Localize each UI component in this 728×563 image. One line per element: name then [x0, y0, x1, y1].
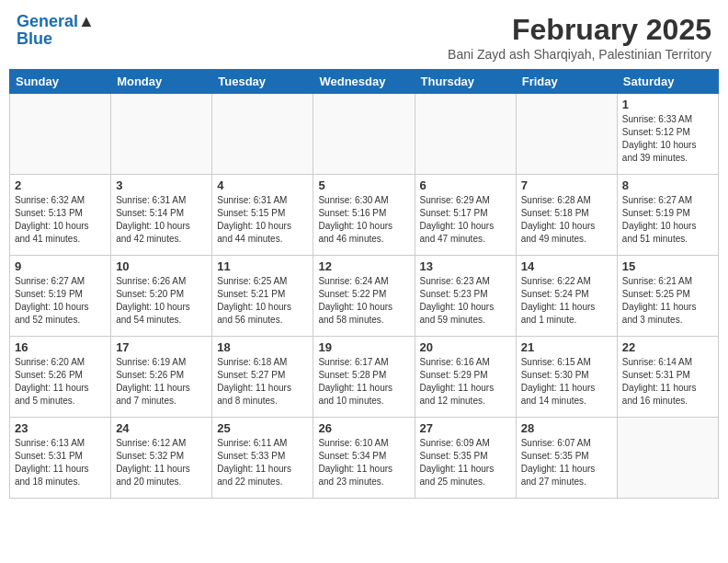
- day-number: 9: [15, 259, 106, 273]
- calendar-cell: [617, 418, 718, 499]
- calendar-cell: 26Sunrise: 6:10 AM Sunset: 5:34 PM Dayli…: [313, 418, 415, 499]
- calendar-cell: 18Sunrise: 6:18 AM Sunset: 5:27 PM Dayli…: [212, 337, 313, 418]
- logo-blue: Blue: [17, 29, 95, 49]
- calendar-cell: 23Sunrise: 6:13 AM Sunset: 5:31 PM Dayli…: [10, 418, 111, 499]
- calendar-cell: 12Sunrise: 6:24 AM Sunset: 5:22 PM Dayli…: [313, 256, 415, 337]
- day-info: Sunrise: 6:25 AM Sunset: 5:21 PM Dayligh…: [217, 275, 308, 327]
- day-info: Sunrise: 6:31 AM Sunset: 5:15 PM Dayligh…: [217, 194, 308, 246]
- day-number: 12: [318, 259, 409, 273]
- calendar-cell: 1Sunrise: 6:33 AM Sunset: 5:12 PM Daylig…: [617, 94, 718, 175]
- calendar-cell: 6Sunrise: 6:29 AM Sunset: 5:17 PM Daylig…: [415, 175, 516, 256]
- day-info: Sunrise: 6:10 AM Sunset: 5:34 PM Dayligh…: [318, 437, 409, 488]
- logo: General▲ Blue: [17, 13, 95, 49]
- day-number: 7: [521, 178, 612, 192]
- day-number: 2: [15, 178, 106, 192]
- calendar-cell: 5Sunrise: 6:30 AM Sunset: 5:16 PM Daylig…: [313, 175, 415, 256]
- day-info: Sunrise: 6:33 AM Sunset: 5:12 PM Dayligh…: [622, 113, 713, 165]
- day-number: 24: [116, 421, 207, 435]
- weekday-header-monday: Monday: [111, 70, 212, 94]
- day-number: 4: [217, 178, 308, 192]
- calendar-cell: [313, 94, 415, 175]
- calendar-cell: 16Sunrise: 6:20 AM Sunset: 5:26 PM Dayli…: [10, 337, 111, 418]
- day-number: 18: [217, 340, 308, 354]
- day-info: Sunrise: 6:18 AM Sunset: 5:27 PM Dayligh…: [217, 356, 308, 408]
- calendar-cell: 28Sunrise: 6:07 AM Sunset: 5:35 PM Dayli…: [516, 418, 617, 499]
- weekday-header-sunday: Sunday: [10, 70, 111, 94]
- day-info: Sunrise: 6:28 AM Sunset: 5:18 PM Dayligh…: [521, 194, 612, 246]
- main-title: February 2025: [448, 13, 711, 47]
- calendar-cell: 21Sunrise: 6:15 AM Sunset: 5:30 PM Dayli…: [516, 337, 617, 418]
- weekday-header-friday: Friday: [516, 70, 617, 94]
- day-info: Sunrise: 6:19 AM Sunset: 5:26 PM Dayligh…: [116, 356, 207, 408]
- day-number: 20: [420, 340, 511, 354]
- calendar-cell: [415, 94, 516, 175]
- day-number: 27: [420, 421, 511, 435]
- day-info: Sunrise: 6:17 AM Sunset: 5:28 PM Dayligh…: [318, 356, 409, 408]
- day-number: 3: [116, 178, 207, 192]
- day-info: Sunrise: 6:27 AM Sunset: 5:19 PM Dayligh…: [622, 194, 713, 246]
- calendar-cell: 14Sunrise: 6:22 AM Sunset: 5:24 PM Dayli…: [516, 256, 617, 337]
- calendar-cell: 11Sunrise: 6:25 AM Sunset: 5:21 PM Dayli…: [212, 256, 313, 337]
- week-row-1: 1Sunrise: 6:33 AM Sunset: 5:12 PM Daylig…: [10, 94, 719, 175]
- calendar-cell: 19Sunrise: 6:17 AM Sunset: 5:28 PM Dayli…: [313, 337, 415, 418]
- weekday-header-wednesday: Wednesday: [313, 70, 415, 94]
- page-header: General▲ Blue February 2025 Bani Zayd as…: [9, 9, 719, 65]
- day-info: Sunrise: 6:20 AM Sunset: 5:26 PM Dayligh…: [15, 356, 106, 408]
- day-info: Sunrise: 6:30 AM Sunset: 5:16 PM Dayligh…: [318, 194, 409, 246]
- day-number: 15: [622, 259, 713, 273]
- calendar-cell: 10Sunrise: 6:26 AM Sunset: 5:20 PM Dayli…: [111, 256, 212, 337]
- calendar-cell: [10, 94, 111, 175]
- calendar-cell: 24Sunrise: 6:12 AM Sunset: 5:32 PM Dayli…: [111, 418, 212, 499]
- day-info: Sunrise: 6:29 AM Sunset: 5:17 PM Dayligh…: [420, 194, 511, 246]
- day-number: 11: [217, 259, 308, 273]
- day-info: Sunrise: 6:21 AM Sunset: 5:25 PM Dayligh…: [622, 275, 713, 327]
- day-number: 16: [15, 340, 106, 354]
- logo-text: General▲: [17, 12, 95, 30]
- day-info: Sunrise: 6:27 AM Sunset: 5:19 PM Dayligh…: [15, 275, 106, 327]
- calendar-cell: 4Sunrise: 6:31 AM Sunset: 5:15 PM Daylig…: [212, 175, 313, 256]
- day-info: Sunrise: 6:23 AM Sunset: 5:23 PM Dayligh…: [420, 275, 511, 327]
- calendar-cell: 17Sunrise: 6:19 AM Sunset: 5:26 PM Dayli…: [111, 337, 212, 418]
- day-info: Sunrise: 6:22 AM Sunset: 5:24 PM Dayligh…: [521, 275, 612, 327]
- day-info: Sunrise: 6:32 AM Sunset: 5:13 PM Dayligh…: [15, 194, 106, 246]
- calendar-cell: 22Sunrise: 6:14 AM Sunset: 5:31 PM Dayli…: [617, 337, 718, 418]
- day-number: 6: [420, 178, 511, 192]
- day-number: 23: [15, 421, 106, 435]
- day-info: Sunrise: 6:24 AM Sunset: 5:22 PM Dayligh…: [318, 275, 409, 327]
- week-row-2: 2Sunrise: 6:32 AM Sunset: 5:13 PM Daylig…: [10, 175, 719, 256]
- calendar-cell: [111, 94, 212, 175]
- day-number: 14: [521, 259, 612, 273]
- calendar-cell: 9Sunrise: 6:27 AM Sunset: 5:19 PM Daylig…: [10, 256, 111, 337]
- day-number: 28: [521, 421, 612, 435]
- calendar-cell: 15Sunrise: 6:21 AM Sunset: 5:25 PM Dayli…: [617, 256, 718, 337]
- day-info: Sunrise: 6:12 AM Sunset: 5:32 PM Dayligh…: [116, 437, 207, 488]
- week-row-5: 23Sunrise: 6:13 AM Sunset: 5:31 PM Dayli…: [10, 418, 719, 499]
- day-number: 8: [622, 178, 713, 192]
- day-number: 21: [521, 340, 612, 354]
- weekday-header-thursday: Thursday: [415, 70, 516, 94]
- title-section: February 2025 Bani Zayd ash Sharqiyah, P…: [448, 13, 711, 62]
- day-number: 10: [116, 259, 207, 273]
- day-info: Sunrise: 6:26 AM Sunset: 5:20 PM Dayligh…: [116, 275, 207, 327]
- calendar-cell: 8Sunrise: 6:27 AM Sunset: 5:19 PM Daylig…: [617, 175, 718, 256]
- day-number: 1: [622, 98, 713, 111]
- day-info: Sunrise: 6:13 AM Sunset: 5:31 PM Dayligh…: [15, 437, 106, 488]
- day-info: Sunrise: 6:16 AM Sunset: 5:29 PM Dayligh…: [420, 356, 511, 408]
- calendar-cell: [212, 94, 313, 175]
- calendar-cell: 2Sunrise: 6:32 AM Sunset: 5:13 PM Daylig…: [10, 175, 111, 256]
- day-number: 17: [116, 340, 207, 354]
- day-info: Sunrise: 6:11 AM Sunset: 5:33 PM Dayligh…: [217, 437, 308, 488]
- day-info: Sunrise: 6:15 AM Sunset: 5:30 PM Dayligh…: [521, 356, 612, 408]
- day-info: Sunrise: 6:31 AM Sunset: 5:14 PM Dayligh…: [116, 194, 207, 246]
- day-info: Sunrise: 6:09 AM Sunset: 5:35 PM Dayligh…: [420, 437, 511, 488]
- calendar-cell: 25Sunrise: 6:11 AM Sunset: 5:33 PM Dayli…: [212, 418, 313, 499]
- day-number: 13: [420, 259, 511, 273]
- week-row-3: 9Sunrise: 6:27 AM Sunset: 5:19 PM Daylig…: [10, 256, 719, 337]
- subtitle: Bani Zayd ash Sharqiyah, Palestinian Ter…: [448, 47, 711, 62]
- weekday-header-tuesday: Tuesday: [212, 70, 313, 94]
- calendar-cell: 3Sunrise: 6:31 AM Sunset: 5:14 PM Daylig…: [111, 175, 212, 256]
- day-info: Sunrise: 6:14 AM Sunset: 5:31 PM Dayligh…: [622, 356, 713, 408]
- calendar-cell: 7Sunrise: 6:28 AM Sunset: 5:18 PM Daylig…: [516, 175, 617, 256]
- day-number: 25: [217, 421, 308, 435]
- day-number: 5: [318, 178, 409, 192]
